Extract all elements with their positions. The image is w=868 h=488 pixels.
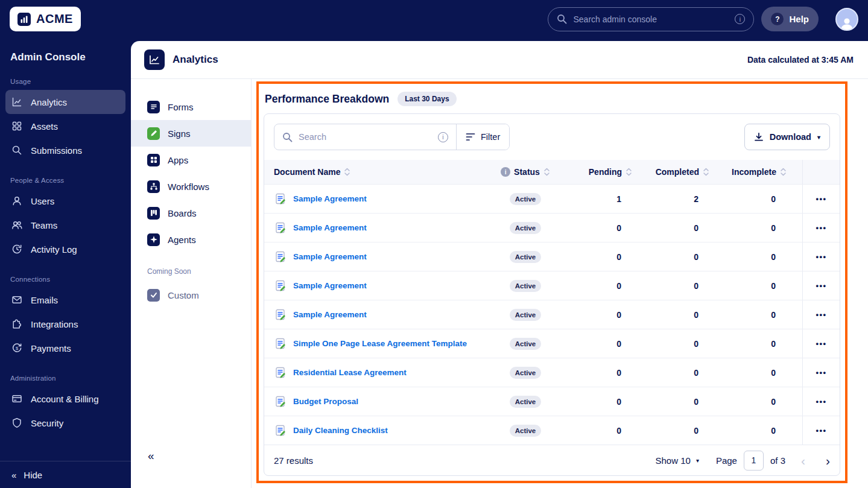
- download-button[interactable]: Download ▾: [744, 124, 830, 150]
- section-label-usage: Usage: [0, 63, 131, 90]
- document-link[interactable]: Daily Cleaning Checklist: [293, 426, 388, 435]
- apps-icon: [147, 154, 160, 166]
- info-icon[interactable]: i: [501, 167, 510, 177]
- document-link[interactable]: Sample Agreement: [293, 252, 367, 261]
- sidebar-item-account-billing[interactable]: Account & Billing: [5, 387, 125, 411]
- more-actions-button[interactable]: •••: [816, 426, 826, 435]
- info-icon[interactable]: i: [438, 132, 448, 142]
- sidebar-hide-button[interactable]: « Hide: [0, 461, 131, 488]
- sidebar-item-label: Activity Log: [31, 244, 77, 255]
- more-actions-button[interactable]: •••: [816, 252, 826, 261]
- sidebar-item-activity-log[interactable]: Activity Log: [5, 237, 125, 261]
- subnav-item-boards[interactable]: Boards: [131, 200, 251, 226]
- column-header-incomplete[interactable]: Incomplete: [725, 160, 802, 184]
- more-actions-button[interactable]: •••: [816, 310, 826, 319]
- subnav-item-custom[interactable]: Custom: [131, 282, 251, 308]
- subnav-item-label: Signs: [168, 128, 191, 139]
- document-link[interactable]: Residential Lease Agreement: [293, 368, 407, 377]
- more-actions-button[interactable]: •••: [816, 281, 826, 290]
- sidebar-item-payments[interactable]: $ Payments: [5, 336, 125, 360]
- people-icon: [11, 219, 23, 231]
- column-header-completed[interactable]: Completed: [648, 160, 725, 184]
- table-search-input[interactable]: [299, 132, 432, 142]
- subnav-item-apps[interactable]: Apps: [131, 147, 251, 173]
- boards-icon: [147, 207, 160, 220]
- status-badge: Active: [510, 222, 542, 234]
- subnav-item-agents[interactable]: Agents: [131, 226, 251, 253]
- status-badge: Active: [510, 338, 542, 350]
- subnav-item-label: Apps: [168, 155, 188, 165]
- show-per-page-dropdown[interactable]: Show 10 ▾: [656, 455, 699, 466]
- more-actions-button[interactable]: •••: [816, 368, 826, 377]
- pending-value: 0: [571, 387, 648, 416]
- table-header: Document Name i Status Pending: [264, 160, 840, 184]
- sidebar-item-label: Teams: [31, 220, 57, 230]
- subnav-item-forms[interactable]: Forms: [131, 93, 251, 120]
- info-icon[interactable]: i: [735, 14, 745, 24]
- sidebar-item-analytics[interactable]: Analytics: [5, 90, 125, 114]
- filter-button[interactable]: Filter: [457, 124, 509, 150]
- incomplete-value: 0: [725, 242, 802, 271]
- completed-value: 0: [648, 329, 725, 358]
- document-link[interactable]: Sample Agreement: [293, 281, 367, 290]
- pending-value: 0: [571, 300, 648, 329]
- sign-document-icon: [274, 192, 287, 206]
- table-row: Simple One Page Lease Agreement Template…: [264, 329, 840, 358]
- table-search: i: [274, 124, 456, 150]
- sidebar-item-submissions[interactable]: Submissions: [5, 138, 125, 162]
- next-page-button[interactable]: ›: [826, 454, 830, 467]
- page-number-input[interactable]: [744, 451, 764, 471]
- more-actions-button[interactable]: •••: [816, 339, 826, 348]
- sidebar-item-users[interactable]: Users: [5, 189, 125, 213]
- more-actions-button[interactable]: •••: [816, 194, 826, 203]
- sidebar-item-teams[interactable]: Teams: [5, 213, 125, 237]
- subnav-item-workflows[interactable]: Workflows: [131, 173, 251, 200]
- previous-page-button[interactable]: ‹: [801, 454, 805, 467]
- sign-document-icon: [274, 221, 287, 235]
- hide-label: Hide: [24, 470, 42, 480]
- svg-text:$: $: [16, 346, 19, 351]
- sidebar-item-integrations[interactable]: Integrations: [5, 312, 125, 336]
- column-label: Completed: [656, 167, 699, 177]
- document-link[interactable]: Sample Agreement: [293, 223, 367, 232]
- assets-icon: [11, 120, 23, 132]
- help-button[interactable]: ? Help: [761, 7, 819, 31]
- incomplete-value: 0: [725, 358, 802, 387]
- column-header-document-name[interactable]: Document Name: [264, 160, 480, 184]
- sort-icon: [344, 167, 350, 177]
- acme-logo[interactable]: ACME: [10, 7, 81, 31]
- document-link[interactable]: Budget Proposal: [293, 397, 358, 406]
- chevron-down-icon: ▾: [817, 134, 820, 141]
- sidebar-item-security[interactable]: Security: [5, 411, 125, 435]
- column-label: Status: [514, 167, 540, 177]
- more-actions-button[interactable]: •••: [816, 223, 826, 232]
- sidebar-item-assets[interactable]: Assets: [5, 114, 125, 138]
- document-link[interactable]: Simple One Page Lease Agreement Template: [293, 339, 467, 348]
- custom-icon: [147, 289, 160, 302]
- sort-icon: [543, 167, 550, 177]
- acme-logo-icon: [17, 13, 31, 26]
- column-label: Document Name: [274, 167, 340, 177]
- sidebar-item-emails[interactable]: Emails: [5, 288, 125, 312]
- document-link[interactable]: Sample Agreement: [293, 310, 367, 319]
- payments-icon: $: [11, 342, 23, 354]
- results-card: i Filter: [264, 113, 840, 476]
- search-icon: [557, 14, 567, 24]
- more-actions-button[interactable]: •••: [816, 397, 826, 406]
- admin-search-input[interactable]: [573, 14, 729, 24]
- sort-icon: [780, 167, 787, 177]
- subnav-item-signs[interactable]: Signs: [131, 120, 251, 147]
- avatar[interactable]: [835, 8, 858, 31]
- document-link[interactable]: Sample Agreement: [293, 194, 367, 203]
- column-header-pending[interactable]: Pending: [571, 160, 648, 184]
- column-header-status[interactable]: i Status: [480, 160, 571, 184]
- coming-soon-label: Coming Soon: [131, 253, 251, 282]
- incomplete-value: 0: [725, 416, 802, 445]
- brand-name: ACME: [36, 12, 73, 26]
- signs-icon: [147, 127, 160, 140]
- completed-value: 0: [648, 358, 725, 387]
- pagination-controls: Show 10 ▾ Page of 3 ‹ ›: [656, 451, 830, 471]
- subnav-collapse-button[interactable]: «: [148, 449, 154, 463]
- envelope-icon: [11, 294, 23, 306]
- sidebar: Admin Console Usage Analytics Assets Sub…: [0, 38, 131, 488]
